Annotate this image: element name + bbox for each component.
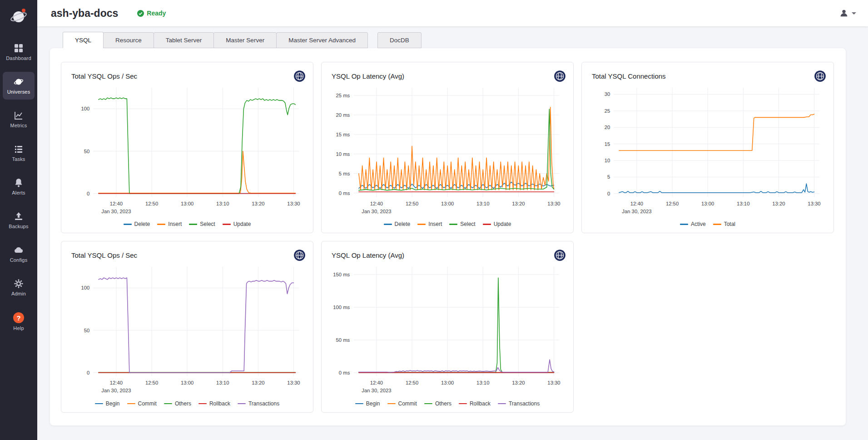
legend-swatch <box>124 224 132 225</box>
sidebar-item-help[interactable]: ? Help <box>3 307 35 336</box>
legend-item-begin[interactable]: Begin <box>355 400 380 407</box>
chart-card-total-ysql-connections: Total YSQL Connections 12:4012:5013:0013… <box>581 62 834 233</box>
globe-icon[interactable] <box>554 70 566 82</box>
transactions-ops-chart-plot[interactable]: 12:4012:5013:0013:1013:2013:30Jan 30, 20… <box>69 263 306 397</box>
sidebar-item-label: Alerts <box>12 190 25 195</box>
svg-text:13:00: 13:00 <box>181 201 193 206</box>
ops-sec-chart-plot[interactable]: 12:4012:5013:0013:1013:2013:30Jan 30, 20… <box>69 84 306 218</box>
globe-icon[interactable] <box>293 249 306 261</box>
legend-item-total[interactable]: Total <box>713 221 735 227</box>
latency-chart-plot[interactable]: 12:4012:5013:0013:1013:2013:30Jan 30, 20… <box>329 84 566 218</box>
svg-text:13:30: 13:30 <box>547 380 560 385</box>
chart-card-header: Total YSQL Connections <box>589 68 826 84</box>
tab-master-server[interactable]: Master Server <box>213 32 277 48</box>
legend-item-others[interactable]: Others <box>424 400 451 407</box>
tab-master-server-advanced[interactable]: Master Server Advanced <box>276 32 368 48</box>
tab-docdb[interactable]: DocDB <box>377 32 422 48</box>
svg-text:13:20: 13:20 <box>512 201 525 206</box>
sidebar-item-label: Configs <box>10 257 28 263</box>
svg-text:10: 10 <box>605 158 610 163</box>
svg-text:13:30: 13:30 <box>287 380 300 385</box>
legend-item-active[interactable]: Active <box>680 221 706 227</box>
connections-chart-plot[interactable]: 12:4012:5013:0013:1013:2013:30Jan 30, 20… <box>589 84 826 218</box>
legend-item-rollback[interactable]: Rollback <box>198 400 230 407</box>
legend-item-update[interactable]: Update <box>483 221 511 227</box>
sidebar-item-tasks[interactable]: Tasks <box>3 139 35 167</box>
sidebar-item-metrics[interactable]: Metrics <box>3 105 35 133</box>
sidebar-item-label: Universes <box>7 89 30 95</box>
svg-text:150 ms: 150 ms <box>333 272 350 278</box>
legend-swatch <box>713 224 721 225</box>
chart-legend: DeleteInsertSelectUpdate <box>329 218 566 228</box>
svg-text:0 ms: 0 ms <box>339 190 350 196</box>
svg-text:12:50: 12:50 <box>406 380 418 385</box>
charts-panel: Total YSQL Ops / Sec 12:4012:5013:0013:1… <box>50 48 846 425</box>
chart-title: Total YSQL Ops / Sec <box>69 72 137 80</box>
legend-swatch <box>95 403 103 405</box>
sidebar-item-configs[interactable]: Configs <box>3 240 35 268</box>
legend-swatch <box>387 403 396 405</box>
transactions-latency-chart-plot[interactable]: 12:4012:5013:0013:1013:2013:30Jan 30, 20… <box>329 263 566 397</box>
legend-item-transactions[interactable]: Transactions <box>498 400 540 407</box>
chart-card-header: Total YSQL Ops / Sec <box>69 68 306 84</box>
caret-down-icon <box>852 12 856 15</box>
chart-card-total-ysql-ops-2: Total YSQL Ops / Sec 12:4012:5013:0013:1… <box>61 241 313 412</box>
svg-text:13:00: 13:00 <box>701 201 714 206</box>
svg-text:25: 25 <box>605 108 610 114</box>
tab-resource[interactable]: Resource <box>103 32 154 48</box>
user-menu[interactable] <box>839 8 856 18</box>
legend-item-delete[interactable]: Delete <box>384 221 411 227</box>
legend-item-delete[interactable]: Delete <box>124 221 150 227</box>
legend-item-update[interactable]: Update <box>223 221 251 227</box>
svg-text:Jan 30, 2023: Jan 30, 2023 <box>622 209 651 214</box>
sidebar-item-universes[interactable]: Universes <box>3 72 35 100</box>
planet-logo-icon <box>10 7 28 25</box>
sidebar-item-backups[interactable]: Backups <box>3 206 35 234</box>
sidebar-item-label: Help <box>13 325 24 331</box>
svg-text:13:30: 13:30 <box>287 201 300 206</box>
backup-upload-icon <box>14 211 24 221</box>
legend-item-commit[interactable]: Commit <box>127 400 157 407</box>
sidebar-item-label: Dashboard <box>6 55 31 61</box>
legend-item-others[interactable]: Others <box>164 400 191 407</box>
app-root: Dashboard Universes Metrics <box>0 0 868 440</box>
bell-icon <box>14 178 24 188</box>
globe-icon[interactable] <box>554 249 566 261</box>
chart-legend: DeleteInsertSelectUpdate <box>69 218 306 228</box>
legend-item-rollback[interactable]: Rollback <box>459 400 491 407</box>
tab-ysql[interactable]: YSQL <box>63 32 104 48</box>
globe-icon[interactable] <box>293 70 306 82</box>
legend-item-insert[interactable]: Insert <box>417 221 442 227</box>
legend-swatch <box>680 224 688 225</box>
svg-text:30: 30 <box>605 91 610 97</box>
legend-swatch <box>189 224 197 225</box>
legend-item-select[interactable]: Select <box>189 221 215 227</box>
chart-legend: BeginCommitOthersRollbackTransactions <box>69 398 306 408</box>
legend-item-transactions[interactable]: Transactions <box>238 400 279 407</box>
sidebar-item-dashboard[interactable]: Dashboard <box>3 38 35 66</box>
svg-text:Jan 30, 2023: Jan 30, 2023 <box>101 209 131 214</box>
legend-swatch <box>164 403 172 405</box>
yugabyte-logo[interactable] <box>0 0 37 32</box>
svg-text:12:50: 12:50 <box>145 380 158 385</box>
tasks-icon <box>14 144 24 154</box>
tab-tablet-server[interactable]: Tablet Server <box>154 32 214 48</box>
svg-text:5 ms: 5 ms <box>339 171 350 176</box>
sidebar-item-admin[interactable]: Admin <box>3 274 35 301</box>
legend-swatch <box>198 403 207 405</box>
status-text: Ready <box>147 10 166 17</box>
legend-item-select[interactable]: Select <box>449 221 475 227</box>
legend-item-begin[interactable]: Begin <box>95 400 120 407</box>
sidebar-item-alerts[interactable]: Alerts <box>3 173 35 200</box>
svg-text:13:20: 13:20 <box>512 380 525 385</box>
sidebar: Dashboard Universes Metrics <box>0 0 37 440</box>
top-bar: ash-yba-docs Ready <box>37 0 868 26</box>
legend-item-insert[interactable]: Insert <box>157 221 182 227</box>
sidebar-item-label: Metrics <box>10 123 27 128</box>
legend-item-commit[interactable]: Commit <box>387 400 417 407</box>
globe-icon[interactable] <box>814 70 826 82</box>
chart-legend: BeginCommitOthersRollbackTransactions <box>329 398 566 408</box>
metrics-icon <box>14 110 24 120</box>
sidebar-item-label: Admin <box>11 291 26 296</box>
svg-text:100: 100 <box>81 106 89 111</box>
